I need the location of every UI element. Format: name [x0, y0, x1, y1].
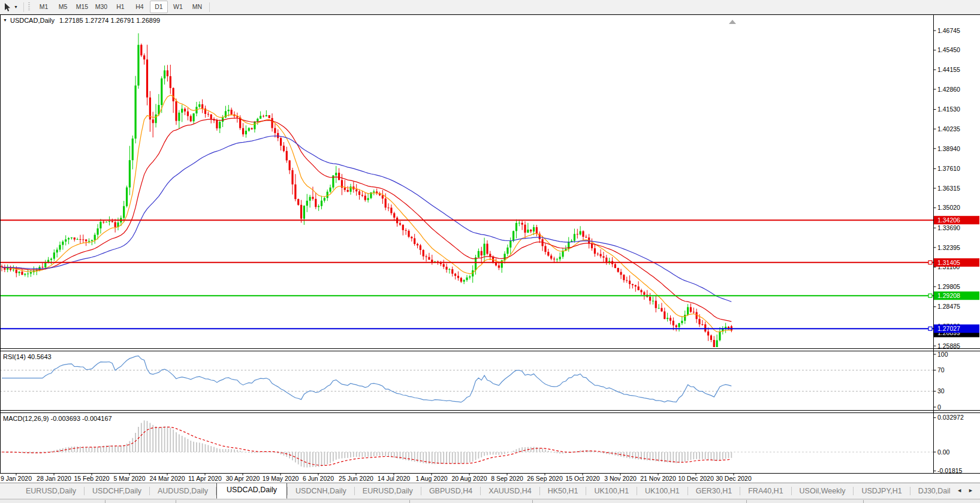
svg-text:1.45450: 1.45450 — [937, 46, 960, 53]
svg-text:1.28475: 1.28475 — [937, 303, 960, 310]
chart-tab-eurusd-daily[interactable]: EURUSD,Daily — [18, 484, 84, 499]
level-line-1.27027[interactable] — [0, 327, 933, 330]
chart-tab-xauusd-h4[interactable]: XAUUSD,H4 — [481, 484, 539, 499]
status-strip-divider — [532, 500, 533, 503]
chart-tab-usdchf-daily[interactable]: USDCHF,Daily — [85, 484, 149, 499]
svg-text:30 Dec 2020: 30 Dec 2020 — [716, 475, 752, 482]
title-marker-icon[interactable]: ▼ — [3, 18, 7, 22]
svg-text:19 May 2020: 19 May 2020 — [263, 475, 299, 482]
status-strip-divider — [863, 500, 864, 503]
svg-text:1.46745: 1.46745 — [937, 27, 960, 34]
svg-text:1.31405: 1.31405 — [937, 259, 960, 266]
status-strip-divider — [105, 500, 105, 503]
svg-text:1.32395: 1.32395 — [937, 244, 960, 251]
svg-text:3 Nov 2020: 3 Nov 2020 — [604, 475, 637, 482]
svg-text:1.34206: 1.34206 — [937, 216, 960, 224]
level-price-label-1.27027: 1.27027 — [934, 324, 979, 333]
chart-tab-eurusd-daily[interactable]: EURUSD,Daily — [355, 484, 421, 499]
macd-indicator-label: MACD(12,26,9) -0.003693 -0.004167 — [3, 415, 112, 422]
svg-text:1.38940: 1.38940 — [937, 145, 960, 152]
timeframe-button-m30[interactable]: M30 — [92, 1, 110, 13]
svg-text:11 Apr 2020: 11 Apr 2020 — [188, 475, 222, 482]
svg-text:15 Feb 2020: 15 Feb 2020 — [74, 475, 110, 482]
svg-text:1.35020: 1.35020 — [937, 204, 960, 211]
status-strip-divider — [746, 500, 747, 503]
svg-text:30 Apr 2020: 30 Apr 2020 — [226, 475, 260, 482]
cursor-tool-button[interactable]: ▼ — [0, 1, 21, 13]
svg-text:21 Nov 2020: 21 Nov 2020 — [640, 475, 676, 482]
svg-text:1.44155: 1.44155 — [937, 66, 960, 73]
level-line-1.29208[interactable] — [0, 294, 933, 297]
chart-tab-usoil-weekly[interactable]: USOil,Weekly — [792, 484, 854, 499]
svg-text:20 Aug 2020: 20 Aug 2020 — [452, 475, 487, 482]
chart-tab-usdjpy-h1[interactable]: USDJPY,H1 — [854, 484, 909, 499]
status-strip-divider — [409, 500, 410, 503]
level-price-label-1.31405: 1.31405 — [934, 258, 979, 267]
svg-text:24 Mar 2020: 24 Mar 2020 — [150, 475, 185, 482]
tab-scroll-right-icon[interactable]: ► — [965, 487, 976, 493]
chart-title: ▼USDCAD,Daily1.27185 1.27274 1.26791 1.2… — [3, 17, 160, 24]
chart-tab-usdcad-daily[interactable]: USDCAD,Daily — [216, 483, 287, 499]
timeframe-button-m1[interactable]: M1 — [35, 1, 53, 13]
svg-text:70: 70 — [937, 366, 945, 374]
toolbar-separator — [23, 2, 24, 12]
top-toolbar: ▼ M1M5M15M30H1H4D1W1MN — [0, 0, 980, 14]
svg-text:1.29805: 1.29805 — [937, 283, 960, 290]
chart-tab-usdcnh-daily[interactable]: USDCNH,Daily — [288, 484, 354, 499]
rsi-line — [2, 356, 731, 402]
moving-average-10 — [2, 95, 731, 332]
macd-axis: 0.0329720.00-0.01815 — [933, 414, 964, 474]
timeframe-button-w1[interactable]: W1 — [169, 1, 187, 13]
rsi-gridlines — [0, 370, 933, 391]
status-strip — [0, 499, 980, 503]
macd-signal-line — [2, 427, 731, 465]
svg-text:1.33690: 1.33690 — [937, 224, 960, 231]
level-line-1.31405[interactable] — [0, 261, 933, 264]
chart-tab-bar: EURUSD,DailyUSDCHF,DailyAUDUSD,DailyUSDC… — [0, 483, 980, 499]
chart-shift-marker-icon[interactable] — [729, 20, 736, 24]
chart-tab-uk100-h1[interactable]: UK100,H1 — [637, 484, 687, 499]
level-price-label-1.29208: 1.29208 — [934, 291, 979, 300]
chart-canvas[interactable]: 1.467451.454501.441551.428601.415301.402… — [0, 0, 980, 483]
timeframe-button-d1[interactable]: D1 — [150, 1, 168, 13]
svg-text:1.42860: 1.42860 — [937, 86, 960, 93]
toolbar-grip-handle[interactable] — [28, 2, 30, 11]
timeframe-button-mn[interactable]: MN — [188, 1, 206, 13]
chart-tab-fra40-h1[interactable]: FRA40,H1 — [740, 484, 791, 499]
macd-histogram — [2, 420, 731, 467]
moving-average-55 — [2, 136, 731, 302]
svg-text:26 Sep 2020: 26 Sep 2020 — [527, 475, 563, 482]
price-axis: 1.467451.454501.441551.428601.415301.402… — [933, 27, 960, 350]
chart-tab-audusd-daily[interactable]: AUDUSD,Daily — [150, 484, 216, 499]
svg-text:-0.01815: -0.01815 — [937, 467, 963, 474]
timeframe-button-h1[interactable]: H1 — [111, 1, 129, 13]
svg-text:15 Oct 2020: 15 Oct 2020 — [565, 475, 599, 482]
dropdown-caret-icon[interactable]: ▼ — [14, 1, 18, 13]
svg-text:1.29208: 1.29208 — [937, 292, 960, 299]
rsi-indicator-label: RSI(14) 40.5643 — [3, 353, 52, 360]
svg-text:100: 100 — [937, 351, 948, 358]
chart-tab-hk50-h1[interactable]: HK50,H1 — [540, 484, 586, 499]
level-price-label-1.34206: 1.34206 — [934, 216, 979, 224]
svg-text:0.00: 0.00 — [937, 448, 950, 456]
chart-tab-ger30-h1[interactable]: GER30,H1 — [688, 484, 740, 499]
svg-text:10 Dec 2020: 10 Dec 2020 — [678, 475, 714, 482]
timeframe-button-m15[interactable]: M15 — [73, 1, 91, 13]
tab-scroll-left-icon[interactable]: ◄ — [954, 487, 965, 493]
svg-text:1.40235: 1.40235 — [937, 125, 960, 132]
candles-layer[interactable] — [1, 33, 732, 347]
svg-text:6 Jun 2020: 6 Jun 2020 — [303, 475, 334, 482]
timeframe-button-h4[interactable]: H4 — [131, 1, 149, 13]
svg-text:9 Jan 2020: 9 Jan 2020 — [1, 475, 32, 482]
rsi-axis: 10070300 — [933, 351, 948, 411]
svg-text:1.36315: 1.36315 — [937, 185, 960, 192]
toolbar-separator-end — [209, 2, 210, 12]
timeframe-button-m5[interactable]: M5 — [54, 1, 72, 13]
svg-text:1.41530: 1.41530 — [937, 106, 960, 113]
chart-tab-gbpusd-h4[interactable]: GBPUSD,H4 — [421, 484, 480, 499]
svg-text:1.37610: 1.37610 — [937, 165, 960, 172]
date-axis: 9 Jan 202028 Jan 202015 Feb 20205 Mar 20… — [1, 473, 752, 482]
chart-tab-uk100-h1[interactable]: UK100,H1 — [586, 484, 637, 499]
svg-text:25 Jun 2020: 25 Jun 2020 — [339, 475, 373, 482]
svg-text:30: 30 — [937, 387, 945, 394]
